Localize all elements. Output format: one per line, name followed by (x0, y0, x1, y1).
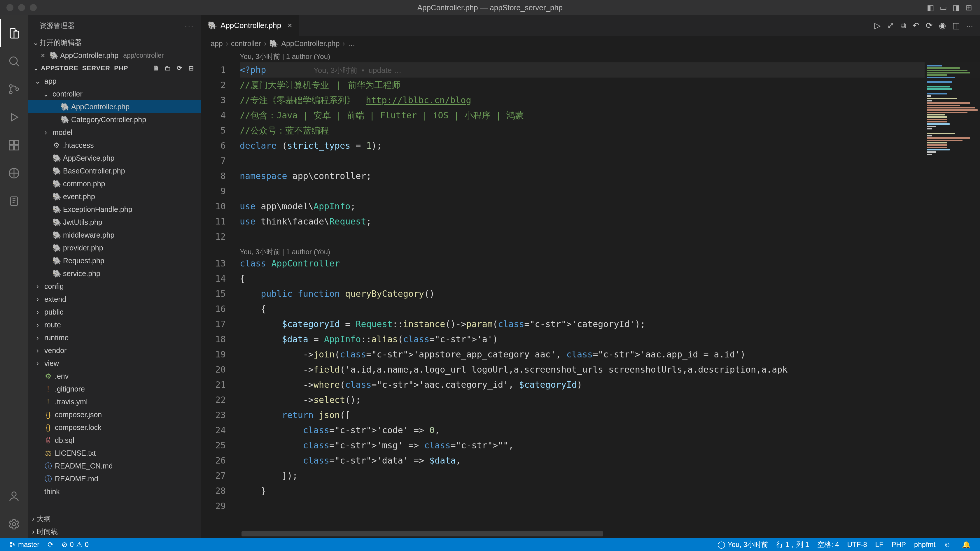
code-editor[interactable]: 1234567891011121314151617181920212223242… (200, 62, 980, 529)
tree-item[interactable]: ⌄controller (28, 87, 200, 100)
minimap[interactable] (924, 62, 980, 529)
status-sync[interactable]: ⟳ (43, 540, 57, 549)
zoom-window[interactable] (30, 4, 37, 11)
tree-item[interactable]: ·🐘AppService.php (28, 152, 200, 164)
layout-sidebar-right-icon[interactable]: ◨ (951, 3, 961, 12)
tree-item[interactable]: ·🐘middleware.php (28, 229, 200, 241)
new-file-icon[interactable]: 🗎 (152, 64, 161, 72)
refresh-icon[interactable]: ⟳ (175, 64, 184, 72)
tree-item[interactable]: ·🐘CategoryController.php (28, 113, 200, 126)
codelens[interactable]: You, 3小时前 | 1 author (You) (240, 244, 980, 256)
code-line[interactable]: $data = AppInfo::alias(class="c-str">'a'… (240, 332, 980, 347)
breadcrumb-item[interactable]: … (348, 40, 355, 48)
layout-sidebar-left-icon[interactable]: ◧ (926, 3, 935, 12)
source-control-icon[interactable] (0, 75, 28, 103)
code-line[interactable]: { (240, 271, 980, 286)
minimize-window[interactable] (18, 4, 25, 11)
code-line[interactable]: //公众号：蓝不蓝编程 (240, 123, 980, 138)
tree-item[interactable]: ·think (28, 485, 200, 498)
account-icon[interactable] (0, 482, 28, 510)
code-line[interactable]: $categoryId = Request::instance()->param… (240, 317, 980, 332)
breadcrumb-item[interactable]: AppController.php (281, 40, 339, 48)
tree-item[interactable]: ·🐘event.php (28, 190, 200, 203)
step-icon[interactable]: ⟳ (926, 21, 932, 30)
tree-item[interactable]: ·{}composer.lock (28, 421, 200, 434)
code-line[interactable]: } (240, 483, 980, 499)
status-language[interactable]: PHP (888, 540, 910, 549)
tree-item[interactable]: ·⚙.env (28, 370, 200, 383)
code-line[interactable]: declare (strict_types = 1); (240, 138, 980, 153)
tree-item[interactable]: ·🐘JwtUtils.php (28, 216, 200, 229)
layout-panel-icon[interactable]: ▭ (939, 3, 948, 12)
tree-item[interactable]: ·🐘AppController.php (28, 100, 200, 113)
code-line[interactable]: ->join(class="c-str">'appstore_app_categ… (240, 347, 980, 362)
tree-item[interactable]: ›model (28, 126, 200, 139)
notebook-icon[interactable] (0, 187, 28, 215)
code-line[interactable]: class="c-str">'msg' => class="c-str">"", (240, 438, 980, 453)
tree-item[interactable]: ›runtime (28, 331, 200, 344)
code-line[interactable]: //厦门大学计算机专业 ｜ 前华为工程师 (240, 78, 980, 93)
code-line[interactable]: ->field('a.id,a.name,a.logo_url logoUrl,… (240, 362, 980, 377)
codelens[interactable]: You, 3小时前 | 1 author (You) (200, 51, 980, 62)
sidebar-more-icon[interactable]: ··· (185, 22, 194, 30)
tree-item[interactable]: ·🐘provider.php (28, 241, 200, 254)
code-line[interactable] (240, 153, 980, 168)
tree-item[interactable]: ·🐘BaseController.php (28, 164, 200, 177)
tree-item[interactable]: ·🐘common.php (28, 177, 200, 190)
status-blame[interactable]: ◯ You, 3小时前 (713, 540, 772, 549)
status-spaces[interactable]: 空格: 4 (813, 540, 843, 549)
code-line[interactable]: ->select(); (240, 392, 980, 408)
tree-item[interactable]: ›route (28, 318, 200, 331)
code-line[interactable]: class="c-str">'data' => $data, (240, 453, 980, 468)
tree-item[interactable]: ·{}composer.json (28, 408, 200, 421)
code-line[interactable]: ->where(class="c-str">'aac.category_id',… (240, 377, 980, 392)
open-editor-item[interactable]: × 🐘 AppController.php app/controller (28, 49, 200, 62)
tree-item[interactable]: ·ⓘREADME_CN.md (28, 459, 200, 472)
breadcrumb-item[interactable]: controller (231, 40, 261, 48)
status-problems[interactable]: ⊘0 ⚠0 (57, 540, 93, 549)
code-line[interactable]: <?php You, 3小时前 • update … (240, 62, 980, 78)
code-line[interactable]: public function queryByCategory() (240, 286, 980, 302)
status-branch[interactable]: master (5, 540, 43, 549)
search-icon[interactable] (0, 47, 28, 75)
code-line[interactable] (240, 229, 980, 244)
project-section[interactable]: ⌄ APPSTORE_SERVER_PHP 🗎 🗀 ⟳ ⊟ (28, 62, 200, 75)
layout-customize-icon[interactable]: ⊞ (964, 3, 974, 12)
breadcrumbs[interactable]: app › controller › 🐘 AppController.php ›… (200, 36, 980, 51)
tree-item[interactable]: ·⚖LICENSE.txt (28, 447, 200, 459)
status-notifications[interactable]: 🔔 (958, 540, 975, 549)
open-editors-section[interactable]: ⌄ 打开的编辑器 (28, 36, 200, 49)
tree-item[interactable]: ⌄app (28, 75, 200, 87)
collapse-all-icon[interactable]: ⊟ (187, 64, 196, 72)
code-line[interactable]: { (240, 302, 980, 317)
code-content[interactable]: <?php You, 3小时前 • update …//厦门大学计算机专业 ｜ … (235, 62, 980, 529)
tree-item[interactable]: ·⚙.htaccess (28, 139, 200, 152)
code-line[interactable] (240, 499, 980, 514)
more-actions-icon[interactable]: ··· (966, 21, 973, 30)
diff-icon[interactable]: ⤢ (887, 21, 894, 30)
tree-item[interactable]: ·!.gitignore (28, 383, 200, 395)
close-window[interactable] (6, 4, 13, 11)
tree-item[interactable]: ·🐘service.php (28, 267, 200, 280)
status-formatter[interactable]: phpfmt (910, 540, 939, 549)
tree-item[interactable]: ·🛢db.sql (28, 434, 200, 447)
status-eol[interactable]: LF (871, 540, 888, 549)
horizontal-scrollbar[interactable] (200, 529, 980, 538)
scrollbar-thumb[interactable] (242, 531, 603, 537)
code-line[interactable]: ]); (240, 468, 980, 483)
code-line[interactable]: use think\facade\Request; (240, 214, 980, 229)
code-line[interactable]: return json([ (240, 408, 980, 423)
code-line[interactable]: namespace app\controller; (240, 168, 980, 184)
tab-appcontroller[interactable]: 🐘 AppController.php × (200, 15, 299, 36)
settings-gear-icon[interactable] (0, 510, 28, 538)
status-lncol[interactable]: 行 1，列 1 (772, 540, 813, 549)
tree-item[interactable]: ›extend (28, 293, 200, 305)
code-line[interactable]: //包含：Java | 安卓 | 前端 | Flutter | iOS | 小程… (240, 108, 980, 123)
tree-item[interactable]: ·🐘ExceptionHandle.php (28, 203, 200, 216)
tree-item[interactable]: ›view (28, 357, 200, 370)
outline-section[interactable]: › 大纲 (28, 513, 200, 526)
run-icon[interactable]: ▷ (874, 21, 881, 30)
code-line[interactable]: use app\model\AppInfo; (240, 199, 980, 214)
timeline-section[interactable]: › 时间线 (28, 526, 200, 538)
run-debug-icon[interactable] (0, 103, 28, 131)
